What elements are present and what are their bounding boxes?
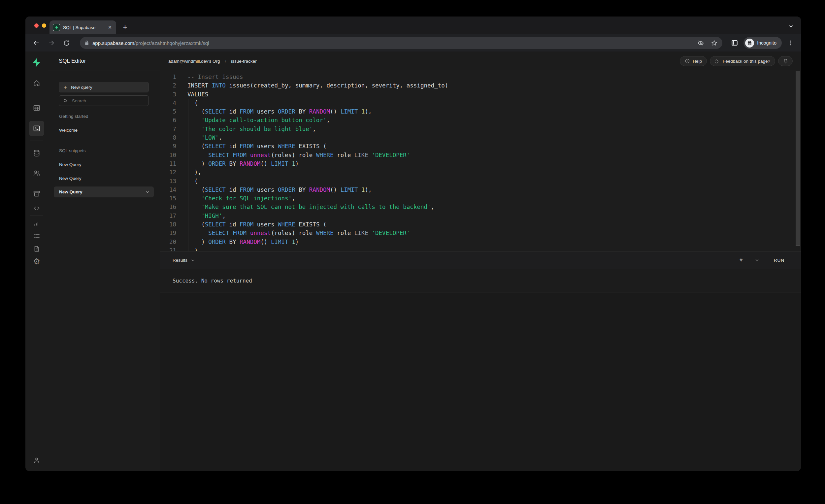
editor-scrollbar-thumb[interactable]	[796, 71, 800, 245]
account-icon[interactable]	[33, 456, 41, 464]
eye-off-icon[interactable]	[697, 40, 704, 47]
incognito-badge[interactable]: Incognito	[744, 37, 782, 49]
code-line[interactable]: 7 'The color should be light blue',	[160, 125, 801, 133]
code-token: id	[226, 143, 240, 149]
minimize-window-button[interactable]	[42, 23, 46, 28]
code-line[interactable]: 1-- Insert issues	[160, 73, 801, 81]
code-line[interactable]: 12 ),	[160, 168, 801, 176]
code-line[interactable]: 13 (	[160, 177, 801, 186]
sql-code-editor[interactable]: 1-- Insert issues2INSERT INTO issues(cre…	[160, 71, 801, 251]
search-box[interactable]	[59, 95, 149, 106]
tab-strip-chevron-icon[interactable]	[789, 24, 794, 30]
code-token: unnest	[250, 152, 271, 158]
reload-icon[interactable]	[63, 40, 70, 47]
code-line[interactable]: 6 'Update call-to-action button color',	[160, 116, 801, 125]
code-line[interactable]: 10 SELECT FROM unnest(roles) role WHERE …	[160, 151, 801, 159]
home-icon[interactable]	[33, 79, 41, 87]
settings-gear-icon[interactable]: ⚙	[33, 258, 40, 265]
code-token: LIKE	[355, 152, 368, 158]
code-token: 1	[292, 239, 295, 245]
browser-menu-icon[interactable]	[787, 40, 794, 46]
code-token: FROM	[233, 230, 246, 236]
chevron-down-icon[interactable]	[145, 190, 150, 195]
edge-functions-icon[interactable]	[33, 204, 41, 212]
table-editor-icon[interactable]	[33, 104, 41, 112]
snippet-item-active[interactable]: New Query	[54, 187, 154, 197]
line-number: 12	[160, 168, 176, 176]
breadcrumb-org[interactable]: adam@windmill.dev's Org	[168, 59, 220, 64]
code-line[interactable]: 16 'Make sure that SQL can not be inject…	[160, 203, 801, 211]
code-token: ),	[188, 169, 201, 175]
close-window-button[interactable]	[34, 23, 39, 28]
code-token: role	[333, 230, 355, 236]
side-panel-icon[interactable]	[731, 39, 738, 47]
new-query-button[interactable]: + New query	[59, 82, 149, 92]
snippet-item[interactable]: Welcome	[59, 123, 149, 137]
code-line[interactable]: 17 'HIGH',	[160, 212, 801, 220]
code-line[interactable]: 11 ) ORDER BY RANDOM() LIMIT 1)	[160, 159, 801, 168]
results-dropdown[interactable]: Results	[172, 258, 195, 263]
browser-tab[interactable]: SQL | Supabase ✕	[50, 20, 116, 34]
api-docs-icon[interactable]	[33, 245, 41, 253]
run-options-chevron-icon[interactable]	[755, 258, 759, 263]
reports-icon[interactable]	[33, 219, 41, 227]
chat-bubble-icon	[715, 58, 720, 64]
breadcrumb-project[interactable]: issue-tracker	[231, 59, 256, 64]
storage-icon[interactable]	[33, 190, 41, 198]
sql-editor-icon[interactable]	[33, 125, 41, 132]
code-line[interactable]: 14 (SELECT id FROM users ORDER BY RANDOM…	[160, 186, 801, 194]
forward-icon[interactable]	[48, 39, 55, 47]
supabase-app: ⚙ SQL Editor + New query	[25, 52, 801, 471]
code-line[interactable]: 3VALUES	[160, 90, 801, 99]
url-bar[interactable]: app.supabase.com/project/azahtnhqohyjerz…	[80, 37, 722, 49]
code-line[interactable]: 4 (	[160, 99, 801, 107]
code-token	[358, 187, 361, 193]
tab-close-icon[interactable]: ✕	[107, 24, 113, 30]
code-line[interactable]: 5 (SELECT id FROM users ORDER BY RANDOM(…	[160, 107, 801, 116]
main-header: adam@windmill.dev's Org / issue-tracker …	[160, 52, 801, 71]
bookmark-star-icon[interactable]	[711, 40, 718, 47]
code-line[interactable]: 2INSERT INTO issues(created_by, summary,…	[160, 81, 801, 90]
help-button[interactable]: Help	[680, 56, 707, 66]
code-token: ORDER	[278, 108, 295, 115]
code-line[interactable]: 15 'Check for SQL injections',	[160, 194, 801, 203]
code-text: ),	[176, 246, 201, 251]
footer-strip	[160, 292, 801, 471]
code-token: WHERE	[316, 230, 333, 236]
search-input[interactable]	[71, 98, 145, 103]
supabase-logo-icon[interactable]	[31, 57, 42, 68]
code-line[interactable]: 8 'LOW',	[160, 133, 801, 142]
snippet-item[interactable]: New Query	[59, 157, 149, 171]
code-token: ORDER	[278, 187, 295, 193]
snippet-nav-list: Getting startedWelcomeSQL snippetsNew Qu…	[59, 109, 149, 197]
code-line[interactable]: 9 (SELECT id FROM users WHERE EXISTS (	[160, 142, 801, 150]
logs-icon[interactable]	[33, 232, 41, 240]
new-tab-button[interactable]: +	[121, 23, 129, 32]
auth-users-icon[interactable]	[33, 169, 41, 177]
snippet-item[interactable]: New Query	[59, 171, 149, 185]
code-token	[188, 195, 201, 202]
notifications-button[interactable]	[778, 56, 793, 66]
results-bar: Results ♥ RUN	[160, 251, 801, 269]
favorite-heart-icon[interactable]: ♥	[740, 257, 743, 264]
database-icon[interactable]	[33, 149, 41, 157]
code-line[interactable]: 18 (SELECT id FROM users WHERE EXISTS (	[160, 220, 801, 229]
code-token: SELECT	[208, 230, 229, 236]
code-line[interactable]: 20 ) ORDER BY RANDOM() LIMIT 1)	[160, 238, 801, 246]
bell-icon	[783, 58, 789, 64]
code-token	[188, 117, 201, 124]
code-token: )	[295, 239, 299, 245]
code-token: LIMIT	[271, 239, 288, 245]
back-icon[interactable]	[33, 39, 40, 47]
line-number: 5	[160, 107, 176, 116]
feedback-button[interactable]: Feedback on this page?	[710, 56, 775, 66]
code-line[interactable]: 19 SELECT FROM unnest(roles) role WHERE …	[160, 229, 801, 237]
supabase-favicon-icon	[53, 24, 60, 31]
snippet-item-label: New Query	[59, 190, 82, 195]
code-token: users	[253, 108, 278, 115]
line-number: 14	[160, 186, 176, 194]
run-button[interactable]: RUN	[774, 258, 784, 263]
code-token: EXISTS (	[295, 221, 327, 228]
code-line[interactable]: 21 ),	[160, 246, 801, 251]
status-message: Success. No rows returned	[172, 278, 252, 284]
